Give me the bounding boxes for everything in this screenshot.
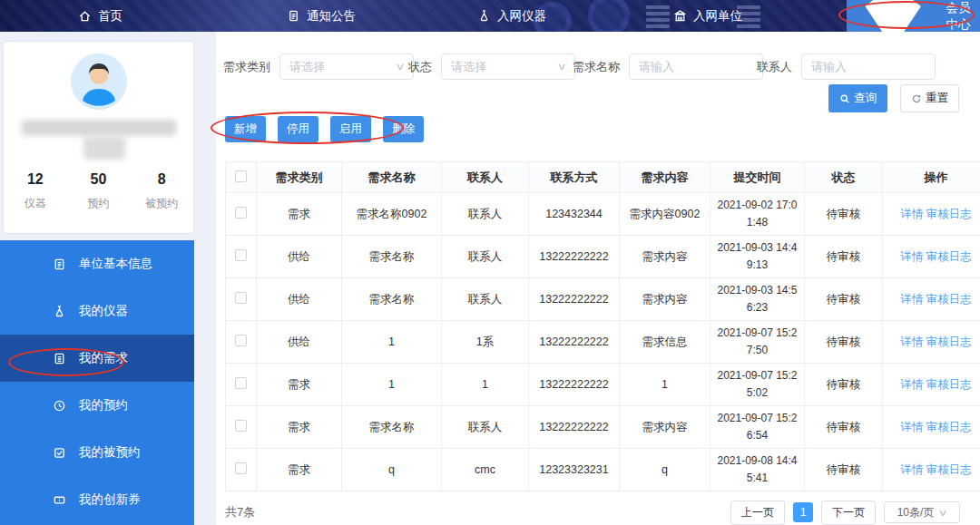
cell-content: 需求内容 (620, 406, 710, 449)
sidebar-item-label: 我的仪器 (79, 303, 128, 319)
table-row: 需求 需求名称0902 联系人 123432344 需求内容0902 2021-… (226, 193, 980, 236)
sidebar-item-reserved-by-others[interactable]: 我的被预约 (0, 429, 194, 476)
nav-item-instruments[interactable]: 入网仪器 (477, 0, 546, 32)
add-button[interactable]: 新增 (225, 116, 266, 142)
cell-content: 1 (620, 364, 710, 406)
detail-link[interactable]: 详情 (900, 421, 923, 433)
detail-link[interactable]: 详情 (900, 378, 923, 391)
table-row: 供给 需求名称 联系人 13222222222 需求内容 2021-09-03 … (226, 236, 980, 278)
stat-label: 预约 (67, 196, 131, 211)
cell-status: 待审核 (805, 406, 883, 449)
audit-log-link[interactable]: 审核日志 (926, 335, 972, 348)
page-number-1[interactable]: 1 (793, 502, 813, 522)
cell-contact: 联系人 (442, 278, 529, 321)
prev-page-button[interactable]: 上一页 (730, 501, 785, 525)
category-select[interactable]: 请选择 ∨ (279, 53, 414, 80)
row-checkbox-cell (226, 236, 257, 278)
search-button[interactable]: 查询 (828, 84, 887, 112)
top-navbar: 首页 通知公告 入网仪器 入网单位 会员中心 (0, 0, 980, 32)
sidebar-item-my-demands[interactable]: 我的需求 (0, 335, 194, 382)
cell-demand-name: 需求名称0902 (342, 193, 442, 236)
select-placeholder: 请选择 (289, 59, 397, 75)
table-header-row: 需求类别 需求名称 联系人 联系方式 需求内容 提交时间 状态 操作 (226, 162, 980, 193)
sidebar-item-innovation-vouchers[interactable]: 我的创新券 (0, 476, 194, 523)
cell-operations: 详情 审核日志 (883, 278, 980, 321)
nav-item-label: 通知公告 (307, 8, 356, 24)
row-checkbox[interactable] (235, 377, 247, 389)
detail-link[interactable]: 详情 (900, 250, 923, 263)
row-checkbox[interactable] (235, 462, 247, 474)
detail-link[interactable]: 详情 (900, 335, 923, 348)
column-header: 联系人 (442, 162, 529, 193)
column-header: 需求类别 (257, 162, 342, 193)
cell-operations: 详情 审核日志 (883, 406, 980, 449)
disable-button[interactable]: 停用 (278, 116, 318, 142)
stat-reservations: 50 预约 (67, 171, 131, 211)
row-checkbox[interactable] (235, 207, 247, 219)
clock-icon (53, 399, 66, 413)
nav-item-member-center[interactable]: 会员中心 (847, 0, 980, 32)
audit-log-link[interactable]: 审核日志 (926, 378, 972, 391)
cell-category: 供给 (257, 278, 342, 321)
select-all-checkbox[interactable] (235, 170, 247, 182)
sidebar-item-label: 单位基本信息 (79, 256, 152, 272)
cell-demand-name: 需求名称 (342, 406, 442, 449)
audit-log-link[interactable]: 审核日志 (926, 463, 972, 476)
demand-name-input[interactable]: 请输入 (629, 53, 763, 80)
total-count: 共7条 (225, 504, 255, 520)
delete-button[interactable]: 删除 (383, 116, 424, 142)
nav-decor-bars (646, 3, 670, 31)
nav-item-units[interactable]: 入网单位 (673, 0, 742, 32)
cell-content: 需求信息 (620, 321, 710, 364)
sidebar-item-my-instruments[interactable]: 我的仪器 (0, 287, 194, 335)
building-icon (673, 9, 687, 23)
document-icon (53, 258, 66, 271)
audit-log-link[interactable]: 审核日志 (926, 250, 972, 263)
nav-item-notices[interactable]: 通知公告 (287, 0, 356, 32)
enable-button[interactable]: 启用 (330, 116, 371, 142)
cell-demand-name: 1 (342, 364, 442, 406)
status-select[interactable]: 请选择 ∨ (441, 53, 575, 80)
column-header: 需求内容 (620, 162, 710, 193)
stat-value: 8 (130, 171, 193, 188)
flask-icon (53, 305, 66, 318)
audit-log-link[interactable]: 审核日志 (926, 208, 972, 220)
cell-phone: 13222222222 (529, 406, 620, 449)
row-checkbox-cell (226, 449, 257, 491)
home-icon (78, 9, 92, 23)
list-document-icon (53, 352, 66, 365)
cell-category: 供给 (257, 236, 342, 278)
next-page-button[interactable]: 下一页 (821, 501, 876, 525)
nav-item-home[interactable]: 首页 (78, 0, 122, 32)
select-placeholder: 请选择 (451, 59, 558, 75)
avatar (71, 53, 127, 110)
column-header: 需求名称 (342, 162, 442, 193)
status-filter-label: 状态 (408, 59, 432, 75)
cell-submit-time: 2021-09-07 15:25:02 (710, 364, 805, 406)
audit-log-link[interactable]: 审核日志 (926, 421, 972, 433)
cell-submit-time: 2021-09-03 14:56:23 (710, 278, 805, 321)
cell-status: 待审核 (805, 321, 883, 364)
table-row: 需求 q cmc 12323323231 q 2021-09-08 14:45:… (226, 449, 980, 491)
demands-table: 需求类别 需求名称 联系人 联系方式 需求内容 提交时间 状态 操作 需求 需求… (225, 161, 980, 491)
detail-link[interactable]: 详情 (900, 208, 923, 220)
refresh-icon (911, 93, 922, 104)
detail-link[interactable]: 详情 (900, 463, 923, 476)
reset-button[interactable]: 重置 (900, 84, 959, 112)
sidebar-item-unit-info[interactable]: 单位基本信息 (0, 240, 194, 287)
row-checkbox[interactable] (235, 335, 247, 346)
check-square-icon (53, 446, 66, 460)
page-size-select[interactable]: 10条/页 ∨ (884, 501, 960, 523)
cell-category: 需求 (257, 193, 342, 236)
row-checkbox[interactable] (235, 292, 247, 304)
contact-input[interactable]: 请输入 (801, 53, 936, 80)
input-placeholder: 请输入 (811, 59, 926, 75)
table-row: 需求 1 1 13222222222 1 2021-09-07 15:25:02… (226, 364, 980, 406)
sidebar-item-my-reservations[interactable]: 我的预约 (0, 382, 194, 429)
main-content: 需求类别 请选择 ∨ 状态 请选择 ∨ 需求名称 请输入 联系人 请输入 (216, 32, 980, 525)
audit-log-link[interactable]: 审核日志 (926, 293, 972, 306)
detail-link[interactable]: 详情 (900, 293, 923, 306)
row-checkbox[interactable] (235, 420, 247, 432)
row-checkbox-cell (226, 406, 257, 449)
row-checkbox[interactable] (235, 249, 247, 261)
